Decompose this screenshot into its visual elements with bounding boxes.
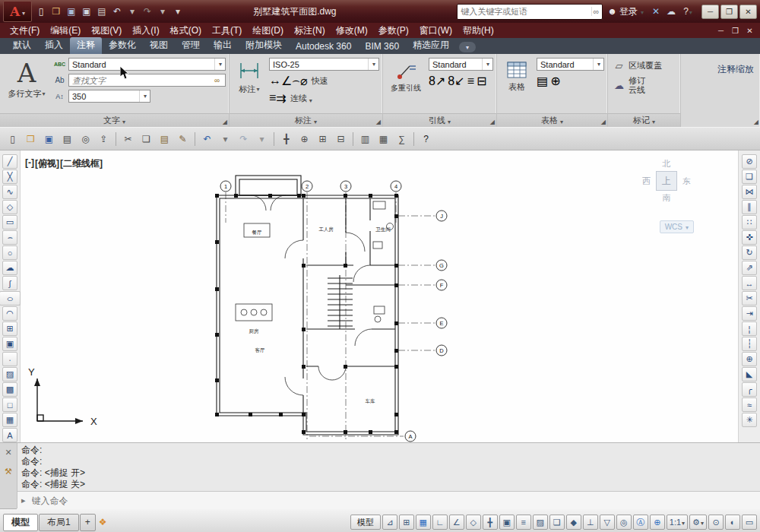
leader-panel-footer[interactable]: 引线 — [383, 113, 496, 127]
sheet-set-manager-icon[interactable]: ▦ — [375, 130, 392, 147]
extend-icon[interactable]: ⇥ — [742, 306, 757, 321]
table-panel-footer[interactable]: 表格 — [497, 113, 607, 127]
infer-constraints-icon[interactable]: ⊿ — [382, 515, 397, 530]
redo-icon[interactable]: ↷ — [140, 4, 155, 19]
rotate-icon[interactable]: ↻ — [742, 245, 757, 260]
floor-plan-drawing[interactable]: 1 2 3 4 J G F E D A 餐厅 工人房 卫生间 厨房 — [21, 150, 738, 442]
rtab-5[interactable]: 管理 — [175, 37, 207, 54]
extract-data-icon[interactable]: ▤ — [537, 74, 548, 88]
selection-filtering-icon[interactable]: ▽ — [600, 515, 615, 530]
menu-item-1[interactable]: 编辑(E) — [45, 24, 86, 38]
dynamic-ucs-icon[interactable]: ⊥ — [583, 515, 598, 530]
rectangle-icon[interactable]: ▭ — [2, 215, 17, 230]
arc-icon[interactable]: ⌢ — [2, 230, 17, 245]
table-icon[interactable]: ▦ — [2, 413, 17, 427]
break-icon[interactable]: ┆ — [742, 337, 757, 351]
publish-icon[interactable]: ⇪ — [95, 130, 112, 147]
region-icon[interactable]: □ — [2, 397, 17, 412]
erase-icon[interactable]: ⊘ — [742, 154, 757, 169]
object-snap-2d-icon[interactable]: ▣ — [499, 515, 515, 530]
redo-icon[interactable]: ↷ — [235, 130, 252, 147]
text-dialog-launcher-icon[interactable] — [223, 119, 227, 125]
object-snap-3d-icon[interactable]: ◆ — [566, 515, 581, 530]
help-search-input[interactable] — [459, 6, 591, 17]
leader-dialog-launcher-icon[interactable] — [490, 119, 495, 125]
undo-dropdown-icon[interactable]: ▾ — [125, 4, 140, 19]
dim-arc-length-icon[interactable]: ⌢ — [292, 74, 300, 88]
scale-icon[interactable]: ⇗ — [742, 261, 757, 275]
dim-baseline-icon[interactable]: ≡ — [269, 91, 276, 106]
sign-in-button[interactable]: ☻ 登录 — [604, 5, 647, 18]
continue-dimension-button[interactable]: 连续 — [289, 92, 314, 106]
dim-style-combo[interactable]: ISO-25 — [269, 58, 379, 71]
qsave-icon[interactable]: ▣ — [64, 4, 79, 19]
menu-item-10[interactable]: 窗口(W) — [414, 24, 458, 38]
dim-angular-icon[interactable]: ∠ — [281, 74, 292, 88]
selection-cycling-icon[interactable]: ❏ — [549, 515, 565, 530]
command-input[interactable] — [30, 495, 760, 507]
plot-preview-icon[interactable]: ◎ — [77, 130, 94, 147]
help-icon[interactable]: ? — [417, 130, 435, 147]
gizmo-icon[interactable]: ◎ — [616, 515, 632, 530]
text-style-combo[interactable]: Standard — [68, 58, 226, 71]
mirror-icon[interactable]: ⋈ — [742, 185, 757, 199]
quick-view-layouts-icon[interactable]: ❖ — [99, 517, 107, 527]
pan-realtime-icon[interactable]: ╋ — [277, 130, 295, 147]
dimension-button[interactable]: 标注 — [233, 58, 266, 106]
menu-item-7[interactable]: 标注(N) — [289, 24, 331, 38]
workspace-switching-button[interactable]: ⚙ — [689, 515, 707, 530]
rtab-6[interactable]: 输出 — [207, 37, 239, 54]
cut-clip-icon[interactable]: ✂ — [119, 130, 137, 147]
dim-linear-icon[interactable]: ↔ — [269, 74, 281, 88]
multiline-text-icon[interactable]: A — [2, 428, 17, 442]
gradient-icon[interactable]: ▩ — [2, 382, 17, 397]
ortho-mode-icon[interactable]: ∟ — [432, 515, 448, 530]
spell-check-icon[interactable]: ABC — [53, 59, 66, 71]
add-leader-icon[interactable]: 8↗ — [429, 74, 445, 88]
menu-item-4[interactable]: 格式(O) — [165, 24, 207, 38]
undo-icon[interactable]: ↶ — [198, 130, 216, 147]
undo-icon[interactable]: ↶ — [109, 4, 125, 19]
application-menu-button[interactable]: A — [3, 1, 32, 22]
annotation-scale-button[interactable]: 1:1 — [667, 515, 688, 530]
multileader-button[interactable]: 多重引线 — [386, 58, 426, 93]
doc-minimize-button[interactable]: ─ — [715, 27, 727, 35]
snap-mode-icon[interactable]: ⊞ — [399, 515, 414, 530]
align-leaders-icon[interactable]: ≡ — [467, 74, 474, 88]
model-space-toggle[interactable]: 模型 — [350, 515, 381, 530]
redo-dropdown-icon[interactable]: ▾ — [253, 130, 271, 147]
menu-item-2[interactable]: 视图(V) — [86, 24, 127, 38]
chamfer-icon[interactable]: ◣ — [742, 367, 757, 382]
quick-calc-icon[interactable]: ∑ — [393, 130, 410, 147]
grid-display-icon[interactable]: ▦ — [416, 515, 431, 530]
dimension-dialog-launcher-icon[interactable] — [376, 119, 381, 125]
qsave-icon[interactable]: ▣ — [40, 130, 58, 147]
array-icon[interactable]: ∷ — [742, 215, 757, 230]
construction-line-icon[interactable]: ╳ — [2, 169, 17, 184]
markup-panel-footer[interactable]: 标记 — [608, 113, 680, 127]
rtab-3[interactable]: 参数化 — [102, 37, 143, 54]
exchange-apps-icon[interactable]: ✕ — [648, 4, 663, 19]
rtab-1[interactable]: 插入 — [38, 37, 70, 54]
circle-icon[interactable]: ○ — [2, 245, 17, 260]
command-close-icon[interactable]: ✕ — [5, 448, 11, 458]
isometric-drafting-icon[interactable]: ◇ — [466, 515, 481, 530]
polyline-icon[interactable]: ∿ — [2, 185, 17, 199]
zoom-window-icon[interactable]: ⊞ — [314, 130, 331, 147]
quick-dimension-button[interactable]: 快速 — [310, 75, 330, 87]
revision-cloud-button[interactable]: ☁ 修订云线 — [608, 74, 680, 97]
find-text-input[interactable] — [71, 75, 211, 86]
data-link-icon[interactable]: ⊕ — [550, 74, 560, 88]
new-layout-button[interactable]: + — [80, 514, 96, 531]
layout1-tab[interactable]: 布局1 — [39, 514, 79, 531]
menu-item-5[interactable]: 工具(T) — [207, 24, 247, 38]
object-snap-tracking-icon[interactable]: ╋ — [483, 515, 498, 530]
table-style-combo[interactable]: Standard — [537, 58, 604, 71]
paste-clip-icon[interactable]: ▤ — [156, 130, 173, 147]
dimension-panel-footer[interactable]: 标注 — [230, 113, 382, 127]
annotation-monitor-icon[interactable]: ⊙ — [708, 515, 724, 530]
table-button[interactable]: 表格 — [500, 58, 534, 91]
command-history[interactable]: 命令:命令:命令: <捕捉 开>命令: <捕捉 关> — [17, 443, 760, 491]
rtab-9[interactable]: BIM 360 — [358, 40, 406, 54]
restore-button[interactable]: ❐ — [720, 5, 738, 19]
